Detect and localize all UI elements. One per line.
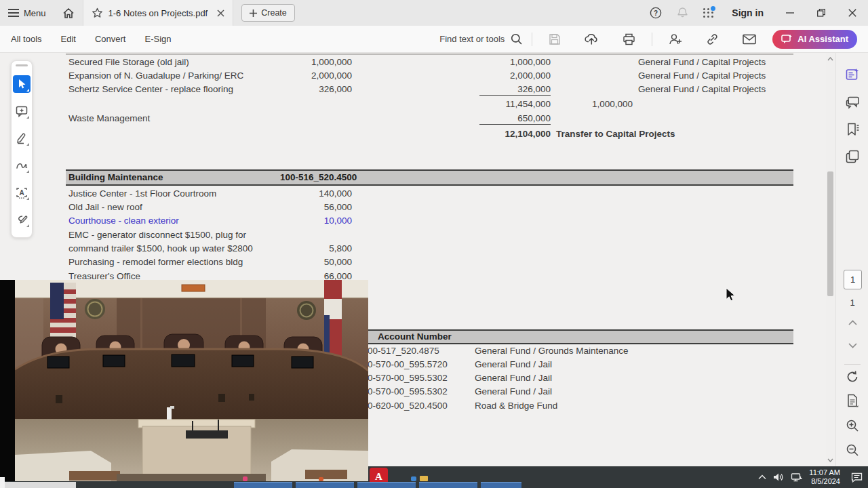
meeting-video-overlay[interactable] xyxy=(0,280,368,481)
amount-3: 1,000,000 xyxy=(561,99,633,109)
create-button[interactable]: Create xyxy=(241,4,295,22)
find-label: Find text or tools xyxy=(439,34,505,44)
close-button[interactable] xyxy=(837,0,868,26)
comments-panel-button[interactable] xyxy=(836,96,868,109)
toolbar-menu-all-tools[interactable]: All tools xyxy=(11,34,42,44)
action-center-icon[interactable] xyxy=(851,472,863,483)
amount-2: 650,000 xyxy=(479,113,551,125)
drag-handle[interactable] xyxy=(16,64,28,66)
row-note: Transfer to Capital Projects xyxy=(556,129,675,139)
page-display-button[interactable] xyxy=(836,394,868,407)
account-number: 0-620-00_520.4500 xyxy=(368,401,448,411)
vertical-scrollbar[interactable] xyxy=(826,53,835,466)
toolbar-menu-convert[interactable]: Convert xyxy=(95,34,126,44)
right-panel-rail: 1 1 xyxy=(835,53,868,466)
amount-1: 10,000 xyxy=(281,216,352,226)
summary-row: 12,104,000Transfer to Capital Projects xyxy=(38,129,826,142)
summary-row: Waste Management650,000 xyxy=(38,113,826,126)
zoom-out-button[interactable] xyxy=(836,443,868,457)
fund-label: General Fund / Jail xyxy=(475,373,552,383)
building-table-title: Building Maintenance xyxy=(68,171,163,184)
text-select-tool-button[interactable]: A xyxy=(13,184,31,201)
courtroom-scene xyxy=(15,280,368,481)
account-table-title: Account Number xyxy=(378,331,452,343)
restore-button[interactable] xyxy=(806,0,837,26)
taskbar-mini-icon-blue[interactable] xyxy=(411,476,416,481)
fund-label: General Fund / Jail xyxy=(475,359,552,369)
row-label: command trailer $1500, hook up water $28… xyxy=(68,243,253,253)
scrollbar-thumb[interactable] xyxy=(827,171,833,296)
bookmarks-panel-button[interactable] xyxy=(836,123,868,136)
taskbar-mini-icon-yellow[interactable] xyxy=(420,476,428,481)
save-button[interactable] xyxy=(541,33,568,45)
table-remnant xyxy=(66,53,793,55)
minimize-button[interactable] xyxy=(774,0,806,26)
building-row: Justice Center - 1st Floor Courtroom140,… xyxy=(38,188,826,201)
fund-label: General Fund / Jail xyxy=(475,386,552,396)
ai-summary-panel-button[interactable] xyxy=(836,68,868,81)
taskbar-thumbnails[interactable] xyxy=(0,482,868,488)
summary-row: Secured File Storage (old jail)1,000,000… xyxy=(38,57,826,70)
print-icon[interactable] xyxy=(615,33,643,45)
next-page-button[interactable] xyxy=(836,343,868,348)
building-row: EMC - generator disconnect $1500, plug f… xyxy=(38,230,826,243)
account-number: 0-570-00_595.5302 xyxy=(368,386,448,396)
help-button[interactable]: ? xyxy=(642,0,669,26)
volume-icon[interactable] xyxy=(773,472,784,482)
texas-flag xyxy=(324,280,342,357)
scroll-down-icon[interactable] xyxy=(826,455,835,465)
star-icon[interactable] xyxy=(92,7,103,18)
select-tool-button[interactable] xyxy=(13,75,31,93)
summary-row: Schertz Service Center - replace floorin… xyxy=(38,84,826,97)
toolbar-menu-edit[interactable]: Edit xyxy=(61,34,76,44)
amount-2: 12,104,000 xyxy=(479,129,551,139)
taskbar-mini-icon-pink[interactable] xyxy=(243,476,248,481)
building-table-header: Building Maintenance 100-516_520.4500 xyxy=(66,169,793,186)
previous-page-button[interactable] xyxy=(836,320,868,325)
titlebar: Menu 1-6 Notes on Projects.pdf Create ? xyxy=(0,0,868,26)
ai-assistant-button[interactable]: AI Assistant xyxy=(772,30,857,49)
hamburger-icon xyxy=(8,9,19,17)
menu-button[interactable]: Menu xyxy=(0,0,54,26)
toolbar-menu-e-sign[interactable]: E-Sign xyxy=(144,34,171,44)
page-thumbnails-panel-button[interactable] xyxy=(836,150,868,163)
quick-tools-panel: A xyxy=(11,60,33,238)
cloud-upload-icon[interactable] xyxy=(577,33,606,45)
home-icon xyxy=(62,7,75,19)
plus-icon xyxy=(250,9,257,17)
add-comment-tool-button[interactable] xyxy=(13,102,31,120)
fill-sign-tool-button[interactable] xyxy=(13,211,31,228)
amount-1: 56,000 xyxy=(281,202,352,212)
tab-close-icon[interactable] xyxy=(217,9,224,17)
page-number-input[interactable]: 1 xyxy=(844,270,862,289)
refresh-rotate-button[interactable] xyxy=(836,370,868,384)
summary-row: 11,454,0001,000,000 xyxy=(38,99,826,112)
draw-tool-button[interactable] xyxy=(13,157,31,174)
email-icon[interactable] xyxy=(735,34,764,45)
zoom-in-button[interactable] xyxy=(836,419,868,432)
share-link-icon[interactable] xyxy=(698,33,726,45)
background-window-edge xyxy=(0,482,76,488)
document-tab[interactable]: 1-6 Notes on Projects.pdf xyxy=(83,0,234,26)
page-total-label: 1 xyxy=(836,298,868,308)
highlight-tool-button[interactable] xyxy=(13,129,31,147)
building-row: Old Jail - new roof56,000 xyxy=(38,202,826,215)
toolbar-menu: All toolsEditConvertE-Sign xyxy=(11,34,172,44)
row-label: EMC - generator disconnect $1500, plug f… xyxy=(68,230,246,240)
find-text-button[interactable]: Find text or tools xyxy=(439,33,523,45)
home-button[interactable] xyxy=(54,0,83,26)
scroll-up-icon[interactable] xyxy=(826,54,835,64)
sign-in-button[interactable]: Sign in xyxy=(721,7,774,18)
amount-1: 1,000,000 xyxy=(281,57,352,67)
svg-text:A: A xyxy=(19,188,24,196)
amount-1: 5,800 xyxy=(281,243,352,253)
notifications-bell-icon[interactable] xyxy=(669,0,696,26)
amount-2: 11,454,000 xyxy=(479,99,551,109)
building-row: Purchasing - remodel former elections bl… xyxy=(38,257,826,270)
add-reviewer-icon[interactable] xyxy=(661,33,690,45)
taskbar-mini-icon-orange[interactable] xyxy=(319,477,323,481)
tray-chevron-icon[interactable] xyxy=(758,474,766,480)
mouse-cursor xyxy=(726,287,737,303)
apps-grid-icon[interactable] xyxy=(696,0,721,26)
network-icon[interactable] xyxy=(791,472,802,482)
